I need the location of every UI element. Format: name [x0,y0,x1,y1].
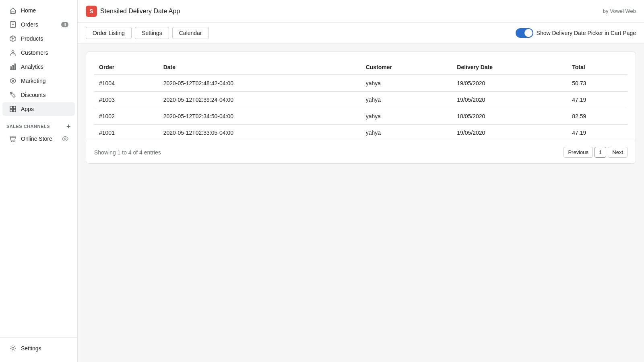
svg-point-13 [64,138,66,140]
table-row[interactable]: #10012020-05-12T02:33:05-04:00yahya19/05… [94,125,627,141]
table-row[interactable]: #10022020-05-12T02:34:50-04:00yahya18/05… [94,108,627,125]
svg-rect-9 [10,109,12,112]
next-button[interactable]: Next [608,147,627,158]
svg-rect-10 [13,109,16,112]
toggle-label: Show Delivery Date Picker in Cart Page [537,30,636,36]
page-1-button[interactable]: 1 [594,147,606,158]
online-store-eye-icon[interactable] [62,136,68,142]
by-vowel-web-label: by Vowel Web [603,8,636,14]
table-cell: yahya [361,75,452,92]
table-cell: 47.19 [567,125,627,141]
app-title-container: S Stensiled Delivery Date App [86,6,180,17]
table-cell: 19/05/2020 [452,75,567,92]
svg-point-5 [12,80,14,82]
svg-rect-8 [13,106,16,109]
sidebar-item-customers-label: Customers [21,49,48,56]
pagination: Showing 1 to 4 of 4 entries Previous 1 N… [86,141,636,163]
calendar-button[interactable]: Calendar [172,27,209,39]
svg-point-1 [12,51,14,53]
sidebar-item-apps[interactable]: Apps [2,102,75,116]
table-cell: 18/05/2020 [452,108,567,125]
sidebar-item-settings[interactable]: Settings [2,341,75,355]
customers-icon [9,49,17,57]
sidebar-item-home[interactable]: Home [2,4,75,17]
table-cell: 2020-05-12T02:48:42-04:00 [159,75,361,92]
delivery-date-picker-toggle[interactable] [516,28,533,38]
table-cell: yahya [361,108,452,125]
sidebar-item-products[interactable]: Products [2,32,75,45]
topbar: S Stensiled Delivery Date App by Vowel W… [78,0,644,23]
table-cell: 50.73 [567,75,627,92]
table-cell: #1002 [94,108,159,125]
table-row[interactable]: #10032020-05-12T02:39:24-04:00yahya19/05… [94,92,627,108]
actionbar-buttons: Order Listing Settings Calendar [86,27,209,39]
showing-text: Showing 1 to 4 of 4 entries [94,149,161,156]
app-title-text: Stensiled Delivery Date App [100,8,180,15]
table-cell: yahya [361,92,452,108]
orders-badge: 4 [61,22,68,27]
previous-button[interactable]: Previous [564,147,593,158]
sidebar-item-analytics[interactable]: Analytics [2,60,75,74]
sidebar-bottom: Settings [0,337,77,362]
apps-icon [9,105,17,113]
table-cell: #1001 [94,125,159,141]
products-icon [9,35,17,43]
svg-rect-3 [12,65,14,70]
page-controls: Previous 1 Next [564,147,627,158]
table-cell: 2020-05-12T02:34:50-04:00 [159,108,361,125]
orders-card: Order Date Customer Delivery Date Total … [86,51,636,164]
settings-icon [9,344,17,352]
col-customer: Customer [361,60,452,75]
sidebar-item-analytics-label: Analytics [21,64,43,70]
col-date: Date [159,60,361,75]
sidebar-item-online-store-label: Online Store [21,136,52,142]
svg-point-6 [11,93,12,94]
sidebar-item-marketing[interactable]: Marketing [2,74,75,88]
table-wrapper: Order Date Customer Delivery Date Total … [86,52,636,141]
sidebar-item-discounts-label: Discounts [21,92,45,98]
svg-rect-2 [10,67,12,70]
sidebar-item-home-label: Home [21,7,36,14]
sidebar-item-discounts[interactable]: Discounts [2,88,75,102]
table-body: #10042020-05-12T02:48:42-04:00yahya19/05… [94,75,627,141]
sidebar-item-customers[interactable]: Customers [2,46,75,60]
svg-point-12 [14,141,14,142]
actionbar: Order Listing Settings Calendar Show Del… [78,23,644,43]
svg-point-14 [12,347,14,349]
table-cell: 19/05/2020 [452,125,567,141]
sidebar-item-settings-label: Settings [21,345,41,352]
add-sales-channel-icon[interactable]: + [66,123,71,130]
marketing-icon [9,77,17,85]
table-cell: 82.59 [567,108,627,125]
order-listing-button[interactable]: Order Listing [86,27,132,39]
orders-icon [9,21,17,29]
table-cell: 2020-05-12T02:39:24-04:00 [159,92,361,108]
sales-channels-label: SALES CHANNELS [6,124,50,129]
app-logo: S [86,6,97,17]
discounts-icon [9,91,17,99]
sidebar-nav: Home Orders 4 Products [0,0,77,337]
orders-table: Order Date Customer Delivery Date Total … [94,60,627,141]
table-header-row: Order Date Customer Delivery Date Total [94,60,627,75]
settings-button[interactable]: Settings [135,27,169,39]
col-order: Order [94,60,159,75]
sidebar-item-orders[interactable]: Orders 4 [2,18,75,31]
home-icon [9,6,17,14]
app-logo-letter: S [89,8,93,14]
table-cell: #1004 [94,75,159,92]
sidebar: Home Orders 4 Products [0,0,78,362]
table-row[interactable]: #10042020-05-12T02:48:42-04:00yahya19/05… [94,75,627,92]
sidebar-item-products-label: Products [21,35,43,42]
table-cell: 2020-05-12T02:33:05-04:00 [159,125,361,141]
svg-rect-4 [14,64,16,70]
toggle-container: Show Delivery Date Picker in Cart Page [516,28,636,38]
sales-channels-header: SALES CHANNELS + [0,116,77,132]
col-total: Total [567,60,627,75]
table-cell: #1003 [94,92,159,108]
table-head: Order Date Customer Delivery Date Total [94,60,627,75]
sidebar-item-marketing-label: Marketing [21,78,45,84]
svg-point-11 [11,141,12,142]
content-area: Order Date Customer Delivery Date Total … [78,43,644,362]
online-store-icon [9,135,17,143]
sidebar-item-online-store[interactable]: Online Store [2,132,75,146]
